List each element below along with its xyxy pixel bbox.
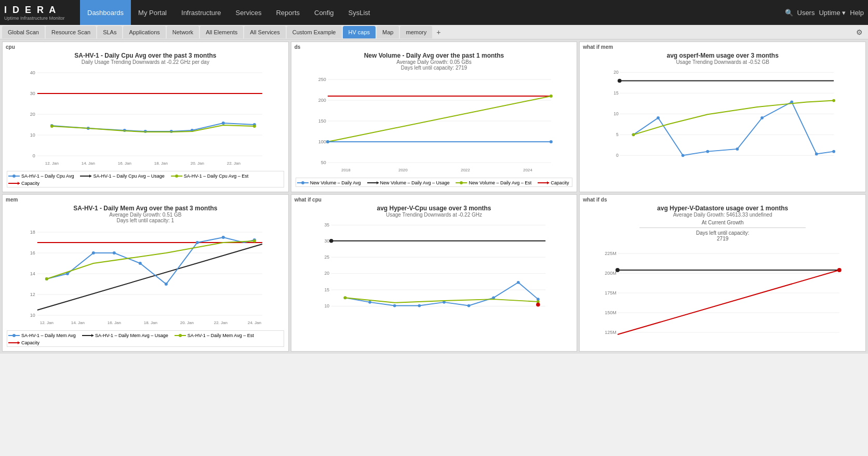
svg-point-75	[618, 79, 622, 83]
ds-chart-subtitle: Average Daily Growth: 0.05 GBs	[296, 59, 573, 65]
svg-text:2024: 2024	[523, 168, 532, 172]
svg-text:100: 100	[318, 139, 326, 144]
help-link[interactable]: Help	[850, 9, 864, 17]
mem-chart-area: 18 16 14 12 10	[7, 224, 284, 328]
svg-text:16. Jan: 16. Jan	[118, 161, 131, 166]
svg-text:2020: 2020	[398, 168, 408, 172]
tab-all-elements[interactable]: All Elements	[200, 26, 243, 38]
cpu-legend-capacity: Capacity	[8, 181, 39, 186]
svg-point-140	[368, 301, 371, 304]
svg-point-81	[760, 116, 764, 119]
tab-memory[interactable]: memory	[400, 26, 432, 38]
svg-text:20: 20	[324, 271, 329, 276]
cpu-legend-avg: SA-HV-1 – Daily Cpu Avg	[8, 173, 74, 179]
tab-network[interactable]: Network	[167, 26, 199, 38]
tab-map[interactable]: Map	[377, 26, 399, 38]
ds-chart-subtitle2: Days left until capacity: 2719	[296, 65, 573, 71]
nav-reports[interactable]: Reports	[269, 0, 307, 25]
svg-text:10: 10	[30, 313, 35, 318]
wids-chart-subtitle: Average Daily Growth: 54613.33 undefined	[584, 212, 861, 218]
users-link[interactable]: Users	[797, 9, 815, 17]
svg-point-108	[45, 277, 48, 280]
svg-point-106	[222, 236, 225, 239]
svg-line-46	[327, 96, 551, 142]
wids-chart-area: 225M 200M 175M 150M 125M	[584, 244, 861, 337]
mem-chart-subtitle: Average Daily Growth: 0.51 GB	[7, 212, 284, 218]
cpu-legend-usage: SA-HV-1 – Daily Cpu Avg – Usage	[80, 173, 164, 179]
svg-text:20: 20	[30, 112, 35, 117]
wim-chart-title: avg osperf-Mem usage over 3 months	[584, 52, 861, 59]
wim-chart-subtitle: Usage Trending Downwards at -0.52 GB	[584, 59, 861, 65]
cpu-chart-subtitle: Daily Usage Trending Downwards at -0.22 …	[7, 59, 284, 65]
wic-chart-area: 35 30 25 20 15 10	[296, 218, 573, 321]
logo-sub: Uptime Infrastructure Monitor	[4, 16, 72, 21]
svg-text:10: 10	[324, 303, 329, 309]
tab-settings-icon[interactable]: ⚙	[853, 27, 866, 37]
add-tab-button[interactable]: +	[433, 27, 444, 37]
mem-legend: SA-HV-1 – Daily Mem Avg SA-HV-1 – Daily …	[7, 330, 284, 347]
wids-text1: At Current Growth	[584, 220, 861, 225]
svg-text:18. Jan: 18. Jan	[144, 320, 157, 325]
svg-point-19	[50, 125, 54, 128]
panel-what-if-ds-inner: avg Hyper-V-Datastore usage over 1 month…	[580, 203, 865, 341]
tab-slas[interactable]: SLAs	[97, 26, 122, 38]
panel-mem-inner: SA-HV-1 - Daily Mem Avg over the past 3 …	[3, 203, 288, 351]
panel-ds-label: ds	[291, 42, 577, 50]
nav-services[interactable]: Services	[229, 0, 269, 25]
wic-chart-svg: 35 30 25 20 15 10	[296, 218, 573, 321]
mem-legend-capacity: Capacity	[8, 340, 39, 345]
svg-text:0: 0	[616, 153, 619, 158]
panel-cpu-inner: SA-HV-1 - Daily Cpu Avg over the past 3 …	[3, 50, 288, 192]
tab-hv-caps[interactable]: HV caps	[343, 26, 376, 38]
uptime-link[interactable]: Uptime ▾	[819, 9, 846, 17]
logo-text: I D E R A	[4, 5, 72, 16]
tab-resource-scan[interactable]: Resource Scan	[46, 26, 96, 38]
svg-point-144	[467, 304, 470, 307]
svg-point-138	[329, 239, 333, 243]
svg-point-150	[536, 303, 540, 307]
svg-text:12: 12	[30, 292, 35, 297]
svg-point-77	[657, 116, 660, 119]
svg-text:0: 0	[33, 153, 35, 158]
svg-point-142	[418, 304, 421, 307]
svg-marker-30	[89, 175, 91, 178]
svg-text:5: 5	[616, 132, 619, 137]
svg-text:150: 150	[318, 118, 326, 124]
nav-myportal[interactable]: My Portal	[131, 0, 174, 25]
panel-what-if-mem: what if mem avg osperf-Mem usage over 3 …	[579, 42, 866, 192]
svg-point-109	[253, 239, 256, 243]
ds-chart-title: New Volume - Daily Avg over the past 1 m…	[296, 52, 573, 59]
ds-legend-est: New Volume – Daily Avg – Est	[456, 180, 531, 185]
tab-custom-example[interactable]: Custom Example	[287, 26, 342, 38]
svg-point-148	[343, 296, 346, 299]
panel-cpu: cpu SA-HV-1 - Daily Cpu Avg over the pas…	[2, 42, 289, 192]
ds-legend: New Volume – Daily Avg New Volume – Dail…	[296, 178, 573, 187]
panel-ds: ds New Volume - Daily Avg over the past …	[291, 42, 578, 192]
svg-text:14. Jan: 14. Jan	[71, 320, 85, 325]
svg-line-98	[37, 244, 262, 310]
svg-text:250: 250	[318, 77, 326, 82]
nav-config[interactable]: Config	[307, 0, 341, 25]
mem-legend-est: SA-HV-1 – Daily Mem Avg – Est	[175, 333, 254, 338]
search-icon[interactable]: 🔍	[785, 9, 793, 17]
nav-dashboards[interactable]: Dashboards	[80, 0, 131, 25]
svg-point-105	[196, 241, 199, 244]
ds-legend-usage: New Volume – Daily Avg – Usage	[367, 180, 450, 185]
nav-syslist[interactable]: SysList	[341, 0, 378, 25]
logo-area: I D E R A Uptime Infrastructure Monitor	[4, 5, 72, 21]
svg-text:16: 16	[30, 250, 35, 256]
svg-text:15: 15	[324, 287, 329, 292]
tab-global-scan[interactable]: Global Scan	[2, 26, 45, 38]
svg-text:18. Jan: 18. Jan	[154, 161, 168, 166]
svg-text:40: 40	[30, 70, 35, 75]
nav-infrastructure[interactable]: Infrastructure	[174, 0, 229, 25]
svg-point-78	[682, 154, 685, 157]
panel-what-if-ds: what if ds avg Hyper-V-Datastore usage o…	[579, 194, 866, 352]
svg-text:2022: 2022	[461, 168, 470, 172]
svg-text:20. Jan: 20. Jan	[180, 320, 194, 325]
svg-text:30: 30	[30, 91, 35, 96]
tab-applications[interactable]: Applications	[123, 26, 165, 38]
svg-point-146	[517, 281, 520, 284]
svg-point-57	[301, 181, 304, 184]
tab-all-services[interactable]: All Services	[244, 26, 285, 38]
